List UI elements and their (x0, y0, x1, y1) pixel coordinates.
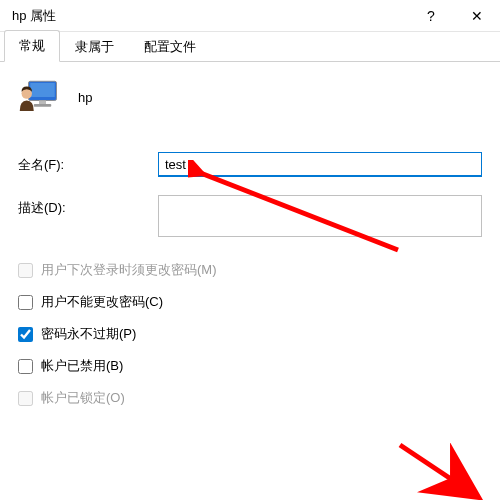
tab-content: hp 全名(F): 描述(D): 用户下次登录时须更改密码(M) 用户不能更改密… (0, 62, 500, 435)
tab-strip: 常规 隶属于 配置文件 (0, 32, 500, 62)
check-must-change-pwd: 用户下次登录时须更改密码(M) (18, 261, 482, 279)
check-pwd-never-expires-box[interactable] (18, 327, 33, 342)
check-account-disabled[interactable]: 帐户已禁用(B) (18, 357, 482, 375)
svg-rect-1 (30, 83, 55, 97)
check-account-disabled-box[interactable] (18, 359, 33, 374)
user-monitor-icon (18, 76, 60, 118)
tab-memberof[interactable]: 隶属于 (60, 31, 129, 62)
titlebar: hp 属性 ? ✕ (0, 0, 500, 32)
description-input[interactable] (158, 195, 482, 237)
tab-general[interactable]: 常规 (4, 30, 60, 62)
tab-profile[interactable]: 配置文件 (129, 31, 211, 62)
description-row: 描述(D): (18, 195, 482, 237)
check-cannot-change-pwd[interactable]: 用户不能更改密码(C) (18, 293, 482, 311)
svg-rect-2 (39, 101, 46, 105)
window-title: hp 属性 (12, 7, 408, 25)
svg-rect-3 (34, 104, 52, 107)
svg-line-6 (400, 445, 475, 495)
checkbox-group: 用户下次登录时须更改密码(M) 用户不能更改密码(C) 密码永不过期(P) 帐户… (18, 261, 482, 407)
check-must-change-pwd-box (18, 263, 33, 278)
fullname-input[interactable] (158, 152, 482, 177)
check-account-locked-box (18, 391, 33, 406)
fullname-row: 全名(F): (18, 152, 482, 177)
close-button[interactable]: ✕ (454, 0, 500, 32)
fullname-label: 全名(F): (18, 152, 158, 174)
check-cannot-change-pwd-box[interactable] (18, 295, 33, 310)
annotation-arrow-2 (390, 440, 490, 500)
user-header: hp (18, 76, 482, 118)
check-account-locked: 帐户已锁定(O) (18, 389, 482, 407)
username-label: hp (78, 90, 92, 105)
check-pwd-never-expires[interactable]: 密码永不过期(P) (18, 325, 482, 343)
description-label: 描述(D): (18, 195, 158, 217)
help-button[interactable]: ? (408, 0, 454, 32)
